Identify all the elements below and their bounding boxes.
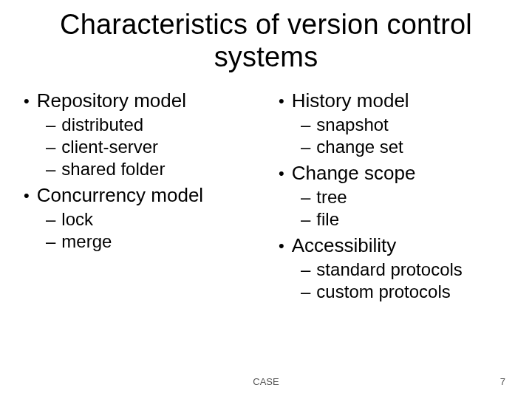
bullet-accessibility: Accessibility — [279, 234, 514, 258]
content-columns: Repository model distributed client-serv… — [18, 86, 514, 307]
sub-bullet: client-server — [46, 137, 259, 157]
footer-center-text: CASE — [253, 376, 279, 387]
bullet-group: Repository model distributed client-serv… — [18, 89, 259, 180]
slide: Characteristics of version control syste… — [0, 0, 532, 399]
sub-bullet: standard protocols — [301, 259, 514, 280]
bullet-label: Repository model — [37, 89, 186, 112]
sub-bullet: merge — [46, 231, 259, 252]
sub-bullet-label: change set — [316, 137, 403, 157]
bullet-group: Accessibility standard protocols custom … — [273, 234, 514, 302]
sub-bullet: lock — [46, 209, 259, 230]
sub-bullet: shared folder — [46, 159, 259, 180]
bullet-label: Change scope — [292, 162, 416, 185]
sub-bullet-label: merge — [61, 231, 112, 252]
sub-bullet-label: shared folder — [61, 159, 165, 180]
sub-bullet-label: lock — [61, 209, 93, 230]
sub-bullet-label: file — [316, 209, 339, 230]
bullet-label: Accessibility — [292, 234, 397, 257]
sub-bullet: snapshot — [301, 115, 514, 135]
sub-bullet-label: standard protocols — [316, 259, 462, 280]
sub-bullet: distributed — [46, 115, 259, 135]
bullet-concurrency-model: Concurrency model — [24, 184, 259, 208]
bullet-repository-model: Repository model — [24, 89, 259, 113]
bullet-history-model: History model — [279, 89, 514, 113]
sub-bullet: file — [301, 209, 514, 230]
slide-footer: CASE 7 — [0, 376, 532, 387]
sub-bullet-label: snapshot — [316, 115, 388, 135]
bullet-group: History model snapshot change set — [273, 89, 514, 157]
sub-bullet-label: custom protocols — [316, 282, 450, 302]
bullet-change-scope: Change scope — [279, 162, 514, 185]
page-number: 7 — [500, 376, 505, 387]
sub-bullet-label: distributed — [61, 115, 143, 135]
sub-bullet-label: client-server — [61, 137, 158, 157]
bullet-label: Concurrency model — [37, 184, 203, 207]
slide-title: Characteristics of version control syste… — [18, 9, 514, 73]
sub-bullet: tree — [301, 187, 514, 208]
sub-bullet: change set — [301, 137, 514, 157]
bullet-group: Concurrency model lock merge — [18, 184, 259, 252]
sub-bullet-label: tree — [316, 187, 347, 208]
left-column: Repository model distributed client-serv… — [18, 86, 259, 307]
bullet-label: History model — [292, 89, 409, 112]
bullet-group: Change scope tree file — [273, 162, 514, 230]
right-column: History model snapshot change set Change… — [273, 86, 514, 307]
sub-bullet: custom protocols — [301, 282, 514, 302]
